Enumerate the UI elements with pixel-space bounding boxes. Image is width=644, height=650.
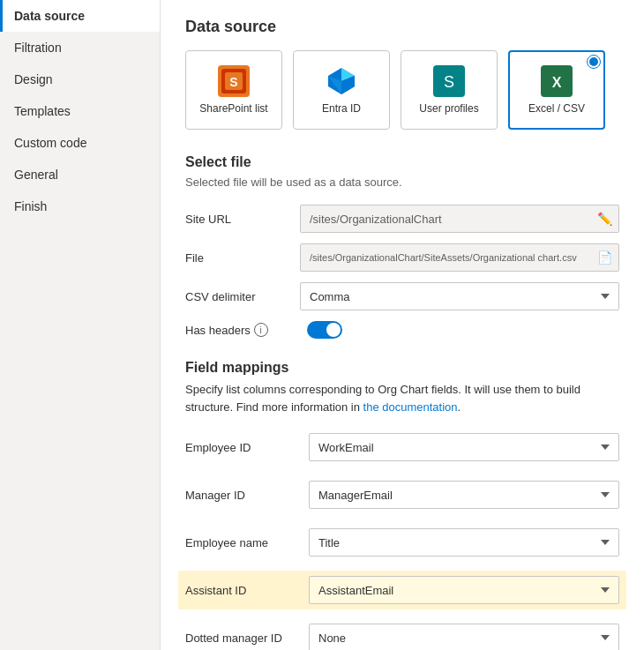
svg-text:X: X xyxy=(552,75,562,90)
svg-text:S: S xyxy=(444,73,454,91)
employee-id-select[interactable]: WorkEmail xyxy=(309,433,619,461)
sidebar-item-data-source[interactable]: Data source xyxy=(0,0,160,32)
entra-icon xyxy=(326,65,357,97)
field-mappings-section: Field mappings Specify list columns corr… xyxy=(185,360,619,650)
main-content: Data source S SharePoint list xyxy=(161,0,644,650)
file-input-wrap: 📄 xyxy=(300,243,619,272)
employee-name-label: Employee name xyxy=(185,536,309,549)
select-file-description: Selected file will be used as a data sou… xyxy=(185,176,619,189)
sidebar-item-filtration[interactable]: Filtration xyxy=(0,32,160,64)
sidebar-item-finish[interactable]: Finish xyxy=(0,191,160,222)
employee-name-select[interactable]: Title xyxy=(309,528,619,557)
manager-id-select-wrap: ManagerEmail xyxy=(309,481,619,509)
has-headers-wrap: Has headers i xyxy=(185,321,342,339)
assistant-id-label: Assistant ID xyxy=(185,584,309,597)
manager-id-label: Manager ID xyxy=(185,489,309,502)
sidebar: Data source Filtration Design Templates … xyxy=(0,0,161,650)
csv-delimiter-wrap: Comma Semicolon Tab Pipe xyxy=(300,282,619,310)
dotted-manager-id-select[interactable]: None xyxy=(309,624,619,650)
card-userprofiles[interactable]: S User profiles xyxy=(401,50,498,130)
csv-delimiter-label: CSV delimiter xyxy=(185,290,300,303)
dotted-manager-id-select-wrap: None xyxy=(309,624,619,650)
employee-id-select-wrap: WorkEmail xyxy=(309,433,619,461)
select-file-title: Select file xyxy=(185,154,619,170)
documentation-link[interactable]: the documentation xyxy=(363,400,458,414)
csv-delimiter-select[interactable]: Comma Semicolon Tab Pipe xyxy=(300,282,619,310)
edit-icon[interactable]: ✏️ xyxy=(597,212,612,226)
sharepoint-icon: S xyxy=(218,65,250,97)
card-userprofiles-label: User profiles xyxy=(419,102,478,115)
card-sharepoint-label: SharePoint list xyxy=(199,102,267,115)
card-entra[interactable]: Entra ID xyxy=(293,50,390,130)
employee-id-label: Employee ID xyxy=(185,441,309,454)
sidebar-item-custom-code[interactable]: Custom code xyxy=(0,127,160,159)
employee-name-row: Employee name Title xyxy=(185,523,619,562)
excel-icon: X xyxy=(541,65,573,97)
has-headers-toggle[interactable] xyxy=(307,321,342,339)
dotted-manager-id-row: Dotted manager ID None xyxy=(185,618,619,650)
employee-name-select-wrap: Title xyxy=(309,528,619,557)
assistant-id-row: Assistant ID AssistantEmail xyxy=(178,571,626,609)
card-sharepoint[interactable]: S SharePoint list xyxy=(185,50,282,130)
manager-id-row: Manager ID ManagerEmail xyxy=(185,475,619,514)
sidebar-item-design[interactable]: Design xyxy=(0,64,160,95)
site-url-row: Site URL ✏️ xyxy=(185,205,619,233)
card-excel-label: Excel / CSV xyxy=(528,102,585,115)
file-pick-icon[interactable]: 📄 xyxy=(597,250,612,265)
site-url-label: Site URL xyxy=(185,213,300,226)
has-headers-info-icon[interactable]: i xyxy=(254,323,268,337)
assistant-id-select-wrap: AssistantEmail xyxy=(309,576,619,604)
file-input[interactable] xyxy=(300,243,619,272)
employee-id-row: Employee ID WorkEmail xyxy=(185,428,619,467)
has-headers-label: Has headers i xyxy=(185,323,300,337)
sidebar-item-general[interactable]: General xyxy=(0,159,160,191)
manager-id-select[interactable]: ManagerEmail xyxy=(309,481,619,509)
field-mappings-desc: Specify list columns corresponding to Or… xyxy=(185,381,619,415)
userprofiles-icon: S xyxy=(433,65,465,97)
field-mappings-title: Field mappings xyxy=(185,360,619,376)
has-headers-row: Has headers i xyxy=(185,321,619,339)
csv-delimiter-row: CSV delimiter Comma Semicolon Tab Pipe xyxy=(185,282,619,310)
card-excel[interactable]: X Excel / CSV xyxy=(508,50,605,130)
select-file-section: Select file Selected file will be used a… xyxy=(185,154,619,339)
svg-text:S: S xyxy=(229,75,237,89)
dotted-manager-id-label: Dotted manager ID xyxy=(185,631,309,645)
site-url-input[interactable] xyxy=(300,205,619,233)
card-entra-label: Entra ID xyxy=(322,102,361,115)
file-row: File 📄 xyxy=(185,243,619,272)
file-label: File xyxy=(185,251,300,265)
sidebar-item-templates[interactable]: Templates xyxy=(0,95,160,127)
site-url-input-wrap: ✏️ xyxy=(300,205,619,233)
page-title: Data source xyxy=(185,18,619,36)
datasource-cards: S SharePoint list Entra ID xyxy=(185,50,619,130)
assistant-id-select[interactable]: AssistantEmail xyxy=(309,576,619,604)
